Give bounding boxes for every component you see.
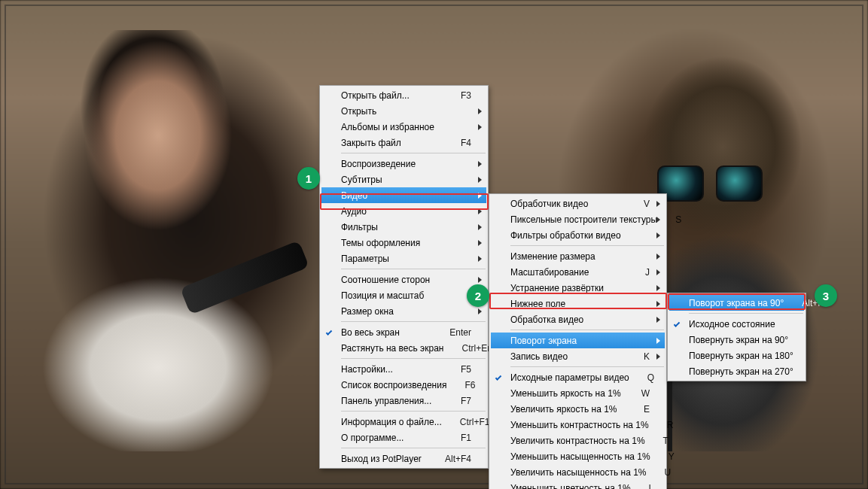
main-menu-label: Аудио [341, 206, 471, 217]
main-menu-item[interactable]: Выход из PotPlayerAlt+F4 [321, 451, 486, 466]
main-menu-item[interactable]: Растянуть на весь экранCtrl+Enter [321, 340, 486, 356]
video-menu-label: Исходные параметры видео [510, 372, 629, 383]
main-menu-label: Информация о файле... [341, 417, 442, 427]
main-menu-item[interactable]: Альбомы и избранное [321, 119, 486, 135]
video-menu-shortcut: K [644, 351, 650, 362]
main-menu-label: Параметры [341, 254, 471, 264]
main-menu-separator [341, 153, 486, 153]
chevron-right-icon [478, 256, 482, 262]
video-menu-label: Масштабирование [510, 267, 627, 278]
video-menu-label: Уменьшить цветность на 1% [510, 483, 631, 490]
rotate-menu-item[interactable]: Повернуть экран на 180° [669, 348, 804, 363]
video-menu-shortcut: V [644, 199, 650, 209]
chevron-right-icon [656, 269, 660, 275]
context-submenu-video[interactable]: Обработчик видеоVПиксельные построители … [489, 193, 667, 489]
main-menu-label: Видео [341, 190, 471, 201]
video-menu-item[interactable]: Уменьшить насыщенность на 1%Y [491, 448, 665, 464]
main-menu-shortcut: F4 [461, 138, 471, 148]
main-menu-item[interactable]: Размер окна [321, 303, 486, 319]
main-menu-item[interactable]: Параметры [321, 251, 486, 266]
main-menu-item[interactable]: Темы оформления [321, 235, 486, 251]
video-sunglasses [657, 166, 763, 199]
rotate-menu-item[interactable]: Исходное состояние [669, 316, 804, 332]
video-menu-shortcut: J [645, 267, 650, 278]
main-menu-label: Список воспроизведения [341, 380, 446, 390]
main-menu-item[interactable]: Во весь экранEnter [321, 324, 486, 340]
main-menu-item[interactable]: Открыть [321, 103, 486, 119]
chevron-right-icon [478, 161, 482, 167]
video-menu-item[interactable]: Поворот экрана [491, 333, 665, 348]
main-menu-item[interactable]: Список воспроизведенияF6 [321, 377, 486, 393]
main-menu-item[interactable]: Позиция и масштаб [321, 287, 486, 303]
chevron-right-icon [478, 308, 482, 314]
video-menu-item[interactable]: МасштабированиеJ [491, 264, 665, 280]
rotate-menu-item[interactable]: Поворот экрана на 90°Alt+K [669, 295, 804, 311]
rotate-menu-item[interactable]: Повернуть экран на 90° [669, 332, 804, 348]
video-menu-item[interactable]: Исходные параметры видеоQ [491, 369, 665, 385]
main-menu-item[interactable]: Видео [321, 187, 486, 203]
main-menu-label: Субтитры [341, 175, 471, 185]
check-icon [674, 320, 680, 327]
rotate-menu-separator [689, 313, 803, 314]
video-menu-item[interactable]: Увеличить яркость на 1%E [491, 401, 665, 417]
video-menu-label: Увеличить яркость на 1% [510, 404, 626, 415]
main-menu-item[interactable]: Соотношение сторон [321, 272, 486, 287]
main-menu-separator [341, 269, 486, 269]
main-menu-item[interactable]: Фильтры [321, 219, 486, 235]
video-menu-label: Обработка видео [510, 314, 650, 325]
main-menu-label: Панель управления... [341, 396, 443, 406]
annotation-badge-3: 3 [815, 284, 837, 307]
video-menu-item[interactable]: Фильтры обработки видео [491, 227, 665, 243]
video-menu-shortcut: T [663, 436, 669, 446]
video-menu-item[interactable]: Уменьшить цветность на 1%I [491, 480, 665, 489]
video-menu-item[interactable]: Уменьшить контрастность на 1%R [491, 417, 665, 433]
main-menu-shortcut: F1 [461, 433, 471, 443]
main-menu-item[interactable]: Настройки...F5 [321, 361, 486, 377]
main-menu-item[interactable]: Воспроизведение [321, 156, 486, 172]
rotate-menu-label: Повернуть экран на 180° [689, 351, 793, 361]
main-menu-label: Фильтры [341, 222, 471, 232]
video-menu-item[interactable]: Устранение развёртки [491, 280, 665, 296]
chevron-right-icon [656, 201, 660, 207]
video-menu-shortcut: W [641, 388, 650, 399]
main-menu-item[interactable]: Информация о файле...Ctrl+F1 [321, 414, 486, 430]
context-menu-main[interactable]: Открыть файл...F3ОткрытьАльбомы и избран… [319, 85, 489, 469]
context-submenu-rotate[interactable]: Поворот экрана на 90°Alt+KИсходное состо… [667, 293, 806, 381]
main-menu-label: Закрыть файл [341, 138, 443, 148]
video-menu-label: Уменьшить яркость на 1% [510, 388, 623, 399]
video-menu-shortcut: Q [647, 372, 654, 383]
video-menu-item[interactable]: Уменьшить яркость на 1%W [491, 385, 665, 401]
main-menu-separator [341, 448, 486, 448]
main-menu-shortcut: Alt+F4 [445, 454, 471, 464]
main-menu-shortcut: Ctrl+F1 [460, 417, 490, 427]
main-menu-label: Позиция и масштаб [341, 290, 471, 301]
main-menu-item[interactable]: Субтитры [321, 172, 486, 187]
video-menu-item[interactable]: Нижнее поле [491, 296, 665, 311]
main-menu-item[interactable]: Открыть файл...F3 [321, 87, 486, 103]
main-menu-item[interactable]: Панель управления...F7 [321, 393, 486, 409]
main-menu-label: Воспроизведение [341, 159, 471, 169]
video-menu-separator [510, 245, 664, 246]
chevron-right-icon [478, 277, 482, 283]
chevron-right-icon [478, 193, 482, 199]
video-menu-item[interactable]: Обработка видео [491, 311, 665, 327]
chevron-right-icon [478, 108, 482, 114]
video-menu-item[interactable]: Изменение размера [491, 248, 665, 264]
video-menu-item[interactable]: Увеличить контрастность на 1%T [491, 433, 665, 448]
main-menu-label: Во весь экран [341, 327, 431, 338]
main-menu-item[interactable]: Закрыть файлF4 [321, 135, 486, 150]
video-menu-item[interactable]: Пиксельные построители текстурыS [491, 211, 665, 227]
video-menu-item[interactable]: Увеличить насыщенность на 1%U [491, 464, 665, 480]
main-menu-shortcut: F6 [464, 380, 475, 390]
video-menu-label: Пиксельные построители текстуры [510, 214, 657, 225]
main-menu-item[interactable]: О программе...F1 [321, 430, 486, 445]
chevron-right-icon [478, 240, 482, 246]
main-menu-item[interactable]: Аудио [321, 203, 486, 219]
video-figure-left [23, 30, 294, 451]
video-menu-item[interactable]: Запись видеоK [491, 348, 665, 364]
main-menu-label: О программе... [341, 433, 443, 443]
video-menu-item[interactable]: Обработчик видеоV [491, 196, 665, 211]
main-menu-separator [341, 358, 486, 359]
rotate-menu-label: Повернуть экран на 90° [689, 335, 789, 345]
rotate-menu-item[interactable]: Повернуть экран на 270° [669, 363, 804, 379]
